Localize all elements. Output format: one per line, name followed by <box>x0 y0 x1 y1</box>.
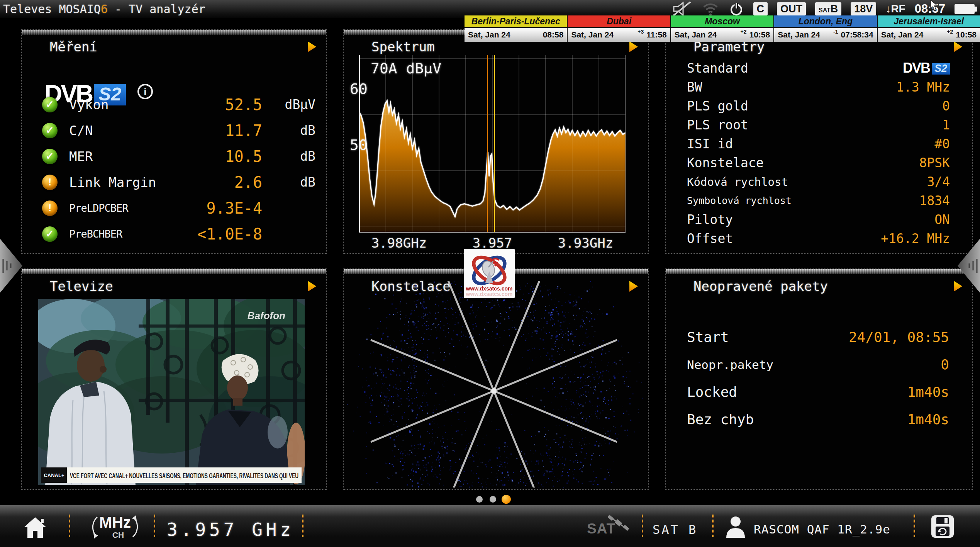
measurement-row-linkmargin: Link Margin2.6dB <box>42 169 315 195</box>
wifi-icon <box>702 2 719 16</box>
channel-watermark: Bafofon <box>248 310 285 321</box>
status-ok-icon <box>42 97 58 112</box>
badge-out: OUT <box>777 2 806 15</box>
clock-time: 08:58 <box>543 30 564 39</box>
clock-dubai[interactable]: Dubai Sat, Jan 24+311:58 <box>567 15 670 42</box>
panel-top-strip <box>22 30 326 35</box>
spectrum-xlabel-center: 3.957 <box>473 235 512 251</box>
measurement-row-bchber: PreBCHBER<1.0E-8 <box>42 221 315 247</box>
status-icon-bar: C OUT SATB 18V ↓RF 08:57 <box>672 1 975 17</box>
spectrum-ylabel-50: 50 <box>350 136 368 153</box>
clock-utc-offset: +3 <box>638 29 644 35</box>
clock-city-label: Berlin-Paris-Lučenec <box>465 15 567 28</box>
clock-date: Sat, Jan 24 <box>778 30 820 39</box>
param-row-pls-gold: PLS gold0 <box>687 97 950 116</box>
watermark-url-reflection: www.dxsatcs.com <box>466 291 513 297</box>
spectrum-xlabel-right: 3.93GHz <box>558 235 613 251</box>
param-row-standard: StandardDVBS2 <box>687 59 950 78</box>
battery-icon <box>955 4 975 14</box>
clock-time: 10:58 <box>956 30 977 39</box>
page-dot-2[interactable] <box>490 496 496 503</box>
clock-city-label: Dubai <box>568 15 670 28</box>
panel-top-strip <box>22 269 326 274</box>
save-icon[interactable] <box>930 514 955 539</box>
clock-city-label: Jerusalem-Israel <box>878 15 980 28</box>
clock-utc-offset: -1 <box>833 29 838 35</box>
canal-plus-logo: CANAL+ <box>44 472 64 478</box>
measurement-row-cn: C/N11.7dB <box>42 117 315 143</box>
panel-title: Měření <box>50 39 97 54</box>
spectrum-xlabel-left: 3.98GHz <box>371 235 427 251</box>
separator <box>712 515 714 537</box>
spectrum-canvas <box>359 55 626 233</box>
param-row-constellation: Konstelace8PSK <box>687 153 950 172</box>
clock-utc-offset: +2 <box>947 29 953 35</box>
constellation-canvas <box>345 281 646 488</box>
panel-tv-preview: Televize <box>21 268 327 490</box>
spectrum-plot[interactable] <box>359 55 626 233</box>
panel-expand-arrow[interactable] <box>629 41 638 52</box>
clock-time: 11:58 <box>646 30 667 39</box>
clock-time: 07:58:34 <box>841 30 873 39</box>
packets-row-uncorrected: Neopr.pakety0 <box>687 351 949 378</box>
clock-date: Sat, Jan 24 <box>881 30 924 39</box>
panel-top-strip <box>666 269 972 274</box>
param-row-offset: Offset+16.2 MHz <box>687 229 950 248</box>
param-row-symbol-rate: Symbolová rychlost1834 <box>687 191 950 210</box>
caption-banner: CANAL+ VCE FORT AVEC CANAL+ NOUVELLES SA… <box>41 467 302 483</box>
app-title: Televes MOSAIQ6 - TV analyzér <box>3 2 205 16</box>
mhz-label: MHz <box>99 514 131 531</box>
measurement-row-mer: MER10.5dB <box>42 143 315 169</box>
clock-date: Sat, Jan 24 <box>675 30 717 39</box>
status-warn-icon <box>42 200 58 216</box>
panel-parameters: Parametry StandardDVBS2 BW1.3 MHz PLS go… <box>665 29 973 254</box>
param-row-code-rate: Kódová rychlost3/4 <box>687 172 950 191</box>
panel-uncorrected-packets: Neopravené pakety Start24/01, 08:55 Neop… <box>665 268 973 490</box>
spectrum-ylabel-60: 60 <box>350 80 368 97</box>
separator <box>914 515 915 537</box>
clock-berlin[interactable]: Berlin-Paris-Lučenec Sat, Jan 2408:58 <box>465 15 567 42</box>
left-edge-handle[interactable] <box>0 239 23 293</box>
packets-row-errorfree: Bez chyb1m40s <box>687 406 949 433</box>
dxsatcs-watermark: www.dxsatcs.com www.dxsatcs.com <box>464 249 515 298</box>
clock-date: Sat, Jan 24 <box>468 30 510 39</box>
param-row-pilots: PilotyON <box>687 210 950 229</box>
packets-row-start: Start24/01, 08:55 <box>687 323 949 351</box>
sat-band-selector[interactable]: SAT B <box>653 522 697 537</box>
panel-expand-arrow[interactable] <box>308 281 316 292</box>
panel-expand-arrow[interactable] <box>954 41 962 52</box>
video-preview: Bafofon CANAL+ VCE FORT AVEC CANAL+ NOUV… <box>38 299 305 485</box>
mute-icon <box>672 1 692 17</box>
measurement-row-power: Výkon52.5dBμV <box>42 92 315 117</box>
panel-expand-arrow[interactable] <box>308 41 316 52</box>
panel-title: Spektrum <box>371 39 435 54</box>
ch-label: CH <box>112 530 124 539</box>
mhz-ch-toggle[interactable]: MHz CH <box>84 512 146 542</box>
clock-london[interactable]: London, Eng Sat, Jan 24-107:58:34 <box>773 15 877 42</box>
separator <box>69 515 70 537</box>
panel-constellation: Konstelace <box>343 268 649 490</box>
separator <box>154 515 155 537</box>
page-dot-1[interactable] <box>476 496 483 503</box>
mouse-cursor <box>930 0 940 12</box>
clock-jerusalem[interactable]: Jerusalem-Israel Sat, Jan 24+210:58 <box>877 15 980 42</box>
rf-indicator: ↓RF <box>885 3 905 15</box>
panel-title: Televize <box>50 279 113 294</box>
panel-measurement: Měření DVBS2 i Výkon52.5dBμV C/N11.7dB M… <box>21 29 327 254</box>
power-icon <box>729 1 744 17</box>
clock-time: 10:58 <box>749 30 770 39</box>
param-row-pls-root: PLS root1 <box>687 116 950 134</box>
satellite-name[interactable]: RASCOM QAF 1R_2.9e <box>754 522 890 536</box>
clock-city-label: London, Eng <box>774 15 877 28</box>
clock-utc-offset: +2 <box>741 29 747 35</box>
measurement-row-ldpcber: PreLDPCBER9.3E-4 <box>42 195 315 221</box>
separator <box>302 515 303 537</box>
status-ok-icon <box>42 149 58 164</box>
right-edge-handle[interactable] <box>957 239 980 293</box>
satellite-glyph-icon <box>605 515 631 532</box>
home-icon[interactable] <box>22 515 49 539</box>
status-ok-icon <box>42 123 58 138</box>
caption-text: VCE FORT AVEC CANAL+ NOUVELLES SAISONS, … <box>70 472 298 480</box>
clock-moscow[interactable]: Moscow Sat, Jan 24+210:58 <box>670 15 773 42</box>
page-dot-3-active[interactable] <box>502 495 511 504</box>
